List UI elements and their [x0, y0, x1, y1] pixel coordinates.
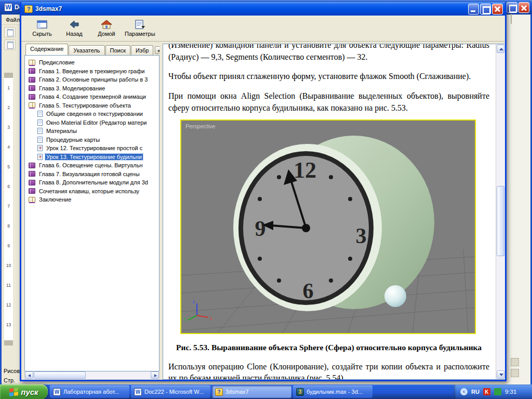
taskbar-item-budilnik-max[interactable]: 3 будильник.max - 3d... [293, 385, 373, 398]
help-window: ? 3dsmax7 Скрыть Назад [20, 2, 507, 381]
book-icon [29, 180, 35, 185]
help-file-icon: ? [215, 388, 223, 396]
word-close-button[interactable] [518, 2, 529, 13]
toc-item[interactable]: Глава 6. Освещение сцены. Виртуальн [26, 161, 158, 170]
scroll-track[interactable] [33, 371, 151, 379]
taskbar-item-doc222[interactable]: W Doc222 - Microsoft W... [131, 385, 210, 398]
tab-index[interactable]: Указатель [69, 45, 104, 55]
book-icon [29, 94, 35, 100]
toc-item[interactable]: Глава 2. Основные принципы работы в 3 [26, 75, 158, 84]
scroll-right-icon[interactable] [151, 371, 159, 379]
taskbar-item-label: Doc222 - Microsoft W... [144, 389, 204, 395]
antivirus-tray-icon[interactable]: K [483, 388, 490, 395]
options-button-label: Параметры [125, 31, 155, 37]
scroll-track[interactable] [496, 54, 505, 370]
content-pane[interactable]: (Изменение) командной панели и установит… [163, 44, 496, 379]
book-icon [29, 77, 35, 83]
home-button-label: Домой [98, 31, 115, 37]
help-minimize-button[interactable] [468, 4, 479, 15]
ruler-number: 2 [7, 98, 10, 117]
scroll-down-icon[interactable] [497, 370, 504, 379]
tray-status-icon[interactable] [494, 388, 501, 395]
tab-favorites[interactable]: Избр [131, 45, 153, 55]
word-toolbar-fragment [511, 14, 512, 24]
taskbar-item-label: Лабораторная абот... [63, 389, 119, 395]
content-vertical-scrollbar[interactable] [496, 44, 505, 379]
toc-item[interactable]: Окно Material Editor (Редактор матери [26, 118, 158, 127]
tab-search[interactable]: Поиск [105, 45, 130, 55]
help-close-button[interactable] [492, 4, 503, 15]
toc-tree: Предисловие Глава 1. Введение в трехмерн… [24, 55, 159, 371]
figure-caption: Рис. 5.53. Выравнивание объекта Sphere (… [168, 342, 489, 353]
toc-item[interactable]: Заключение [26, 195, 158, 204]
back-button[interactable]: Назад [60, 18, 89, 40]
toc-item[interactable]: Предисловие [26, 58, 158, 67]
ruler-number: 4 [7, 137, 10, 157]
toc-item[interactable]: Глава 1. Введение в трехмерную графи [26, 67, 158, 76]
toc-item-label: Глава 8. Дополнительные модули для 3d [38, 179, 149, 185]
ruler-number: 7 [7, 196, 10, 216]
scroll-thumb[interactable] [497, 186, 504, 256]
toc-item[interactable]: Глава 7. Визуализация готовой сцены [26, 170, 158, 179]
toc-item[interactable]: Урок 12. Текстурирование простой с [26, 144, 158, 153]
help-restore-button[interactable] [480, 4, 491, 15]
language-indicator[interactable]: RU [471, 389, 480, 395]
home-button[interactable]: Домой [92, 18, 121, 40]
word-status-bar-label: Стр. [4, 377, 20, 383]
word-restore-button[interactable] [507, 2, 517, 13]
word-menu-file[interactable]: Файл [2, 15, 20, 25]
svg-text:3: 3 [356, 224, 367, 248]
taskbar-item-3dsmax7-help[interactable]: ? 3dsmax7 [212, 385, 291, 398]
toc-item-label: Глава 4. Создание трехмерной анимаци [38, 94, 147, 100]
word-window-left-strip: Файл 1 2 3 4 5 6 7 8 9 10 11 12 13 Ри [0, 15, 20, 384]
ruler-number: 11 [6, 275, 11, 295]
toc-item[interactable]: Глава 8. Дополнительные модули для 3d [26, 178, 158, 187]
tabs-scroll-left-icon[interactable] [155, 46, 159, 54]
paragraph: Чтобы объект принял сглаженную форму, ус… [168, 71, 489, 83]
word-app-icon: W [4, 3, 12, 11]
toc-item-selected[interactable]: Урок 13. Текстурирование будильни [26, 153, 158, 162]
toc-item-label: Глава 2. Основные принципы работы в 3 [38, 76, 149, 83]
toc-item[interactable]: Глава 3. Моделирование [26, 84, 158, 93]
help-window-titlebar[interactable]: ? 3dsmax7 [21, 2, 505, 16]
toc-item[interactable]: Процедурные карты [26, 136, 158, 144]
hide-button[interactable]: Скрыть [28, 18, 57, 40]
ruler-number: 3 [7, 117, 10, 137]
start-button[interactable]: пуск [0, 384, 48, 399]
word-toolbar-icon[interactable] [4, 39, 16, 50]
toc-item-label: Глава 3. Моделирование [38, 85, 106, 91]
word-app-icon: W [53, 388, 61, 396]
svg-text:x: x [210, 316, 212, 321]
taskbar-item-lab-doc[interactable]: W Лабораторная абот... [50, 385, 129, 398]
ruler-number: 5 [7, 157, 10, 177]
scroll-left-icon[interactable] [25, 371, 33, 379]
toc-horizontal-scrollbar[interactable] [24, 371, 159, 380]
toc-item[interactable]: Глава 5. Текстурирование объекта [26, 101, 158, 110]
options-button[interactable]: Параметры [124, 18, 156, 40]
page-icon [37, 128, 43, 134]
taskbar-item-label: 3dsmax7 [225, 389, 249, 395]
open-book-icon [29, 60, 35, 65]
desktop: W Doc Файл 1 2 3 4 5 6 7 8 9 10 [0, 0, 532, 399]
toc-item[interactable]: Глава 4. Создание трехмерной анимаци [26, 92, 158, 101]
word-new-document-icon[interactable] [4, 27, 16, 37]
taskbar: пуск W Лабораторная абот... W Doc222 - M… [0, 384, 532, 399]
toc-item[interactable]: Материалы [26, 127, 158, 136]
word-scroll-fragment[interactable] [511, 358, 519, 366]
scroll-up-icon[interactable] [497, 45, 504, 53]
toc-item-label: Глава 5. Текстурирование объекта [38, 102, 132, 109]
scroll-thumb[interactable] [34, 371, 86, 379]
svg-text:z: z [193, 299, 195, 304]
toc-item-label: Материалы [45, 128, 78, 134]
word-scroll-fragment[interactable] [511, 369, 519, 377]
toc-item[interactable]: Общие сведения о текстурировании [26, 110, 158, 118]
ruler-number: 13 [6, 315, 11, 335]
word-drawing-toolbar-label[interactable]: Рисов [4, 368, 20, 374]
toc-item[interactable]: Сочетания клавиш, которые использу [26, 187, 158, 196]
hide-button-label: Скрыть [32, 31, 52, 37]
page-icon [37, 111, 43, 117]
viewport-label: Perspective [185, 123, 215, 129]
hide-icons-chevron-icon[interactable]: ‹ [460, 388, 468, 395]
word-window-right-strip [507, 15, 532, 384]
tab-contents[interactable]: Содержание [25, 44, 68, 55]
